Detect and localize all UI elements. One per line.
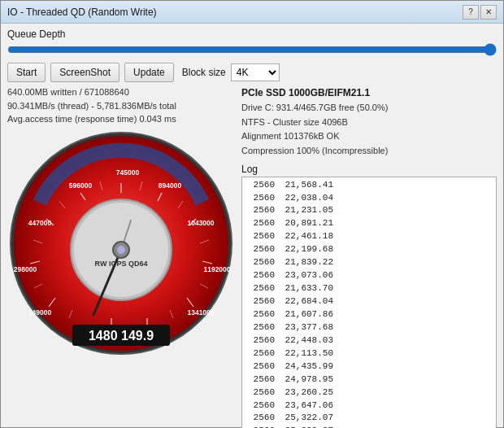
- log-col-iops: 2560: [245, 347, 275, 360]
- gauge-svg: 0 149000 298000 447000 596000 745000 894…: [7, 129, 235, 357]
- speed-stat: 90.341MB/s (thread) - 5,781.836MB/s tota…: [7, 99, 176, 113]
- gauge-value-display: 1480 149.9: [89, 329, 154, 343]
- log-row: 256022,684.04: [245, 295, 493, 308]
- log-row: 256023,647.06: [245, 400, 493, 413]
- log-row: 256024,978.95: [245, 373, 493, 387]
- gauge-mark-298k: 298000: [14, 265, 37, 273]
- log-col-iops: 2560: [245, 256, 275, 269]
- log-col-iops: 2560: [245, 308, 275, 321]
- log-row: 256025,022.87: [245, 425, 493, 428]
- log-row: 256021,568.41: [245, 179, 493, 192]
- log-col-iops: 2560: [245, 373, 275, 387]
- drive-compression: Compression 100% (Incompressible): [241, 144, 497, 159]
- log-col-value: 22,461.18: [285, 230, 333, 243]
- left-panel: 640.00MB written / 671088640 90.341MB/s …: [7, 85, 235, 428]
- log-col-value: 21,231.05: [285, 204, 333, 217]
- log-row: 256025,322.07: [245, 412, 493, 425]
- log-col-value: 21,633.70: [285, 282, 333, 295]
- right-panel: PCIe SSD 1000GB/EIFM21.1 Drive C: 931.4/…: [241, 85, 497, 428]
- log-col-value: 23,260.25: [285, 387, 333, 400]
- drive-drive: Drive C: 931.4/465.7GB free (50.0%): [241, 101, 497, 116]
- screenshot-button[interactable]: ScreenShot: [50, 63, 119, 82]
- log-row: 256023,260.25: [245, 387, 493, 400]
- log-row: 256022,199.68: [245, 243, 493, 256]
- start-button[interactable]: Start: [7, 63, 46, 82]
- queue-depth-section: Queue Depth: [7, 28, 497, 58]
- content-area: Queue Depth Start ScreenShot Update Bloc…: [1, 24, 503, 428]
- queue-depth-slider-container: [7, 41, 497, 58]
- log-col-value: 24,978.95: [285, 373, 333, 387]
- log-section: Log 256021,568.41256022,038.04256021,231…: [241, 164, 497, 428]
- log-row: 256021,607.86: [245, 308, 493, 321]
- log-col-iops: 2560: [245, 282, 275, 295]
- log-col-value: 23,073.06: [285, 269, 333, 282]
- log-col-iops: 2560: [245, 425, 275, 428]
- log-row: 256023,073.06: [245, 269, 493, 282]
- log-col-iops: 2560: [245, 387, 275, 400]
- svg-point-28: [117, 246, 125, 254]
- log-col-value: 21,839.22: [285, 256, 333, 269]
- log-col-iops: 2560: [245, 360, 275, 373]
- log-box[interactable]: 256021,568.41256022,038.04256021,231.052…: [241, 177, 497, 428]
- main-area: 640.00MB written / 671088640 90.341MB/s …: [7, 85, 497, 428]
- log-col-value: 20,891.21: [285, 217, 333, 230]
- title-bar: IO - Threaded QD (Random Write) ? ✕: [1, 1, 503, 24]
- log-col-value: 22,684.04: [285, 295, 333, 308]
- gauge-mark-1341k: 1341000: [187, 308, 214, 317]
- stats-section: 640.00MB written / 671088640 90.341MB/s …: [7, 85, 176, 126]
- log-col-iops: 2560: [245, 243, 275, 256]
- drive-alignment: Alignment 101376kB OK: [241, 129, 497, 144]
- close-button[interactable]: ✕: [480, 5, 497, 20]
- queue-depth-label: Queue Depth: [7, 28, 497, 40]
- log-col-iops: 2560: [245, 412, 275, 425]
- log-col-value: 23,377.68: [285, 321, 333, 334]
- gauge-mark-1192k: 1192000: [203, 265, 230, 273]
- log-col-value: 21,568.41: [285, 179, 333, 192]
- log-col-value: 21,607.86: [285, 308, 333, 321]
- drive-fs: NTFS - Cluster size 4096B: [241, 116, 497, 130]
- log-row: 256022,113.50: [245, 347, 493, 360]
- log-row: 256021,839.22: [245, 256, 493, 269]
- log-col-iops: 2560: [245, 321, 275, 334]
- gauge-mark-745k: 745000: [116, 168, 140, 177]
- log-row: 256023,377.68: [245, 321, 493, 334]
- gauge-container: 0 149000 298000 447000 596000 745000 894…: [7, 129, 235, 357]
- log-col-iops: 2560: [245, 204, 275, 217]
- log-col-value: 25,022.87: [285, 425, 333, 428]
- title-bar-controls: ? ✕: [463, 5, 497, 20]
- gauge-mark-894k: 894000: [159, 181, 182, 190]
- log-col-iops: 2560: [245, 192, 275, 205]
- log-row: 256022,461.18: [245, 230, 493, 243]
- window-title: IO - Threaded QD (Random Write): [7, 7, 463, 18]
- log-col-iops: 2560: [245, 179, 275, 192]
- log-col-value: 22,038.04: [285, 192, 333, 205]
- log-row: 256022,038.04: [245, 192, 493, 205]
- avg-access-stat: Avg.access time (response time) 0.043 ms: [7, 112, 176, 126]
- log-col-value: 22,448.03: [285, 334, 333, 347]
- log-col-value: 23,647.06: [285, 400, 333, 413]
- help-button[interactable]: ?: [463, 5, 479, 20]
- queue-depth-slider[interactable]: [7, 46, 497, 53]
- drive-info: PCIe SSD 1000GB/EIFM21.1 Drive C: 931.4/…: [241, 85, 497, 159]
- log-col-value: 24,435.99: [285, 360, 333, 373]
- log-row: 256022,448.03: [245, 334, 493, 347]
- log-col-iops: 2560: [245, 295, 275, 308]
- log-col-value: 22,199.68: [285, 243, 333, 256]
- log-col-value: 22,113.50: [285, 347, 333, 360]
- gauge-center-label: RW IOPS QD64: [95, 260, 148, 268]
- update-button[interactable]: Update: [124, 63, 174, 82]
- log-col-value: 25,322.07: [285, 412, 333, 425]
- log-label: Log: [241, 164, 497, 175]
- main-window: IO - Threaded QD (Random Write) ? ✕ Queu…: [0, 0, 504, 428]
- log-row: 256020,891.21: [245, 217, 493, 230]
- block-size-label: Block size: [182, 67, 226, 78]
- toolbar: Start ScreenShot Update Block size 4K 51…: [7, 63, 497, 82]
- written-stat: 640.00MB written / 671088640: [7, 85, 176, 99]
- drive-title: PCIe SSD 1000GB/EIFM21.1: [241, 85, 497, 101]
- log-col-iops: 2560: [245, 217, 275, 230]
- log-row: 256021,633.70: [245, 282, 493, 295]
- log-col-iops: 2560: [245, 400, 275, 413]
- log-row: 256024,435.99: [245, 360, 493, 373]
- block-size-select[interactable]: 4K 512 1K 2K 8K 16K 32K 64K 128K: [231, 63, 280, 81]
- log-col-iops: 2560: [245, 269, 275, 282]
